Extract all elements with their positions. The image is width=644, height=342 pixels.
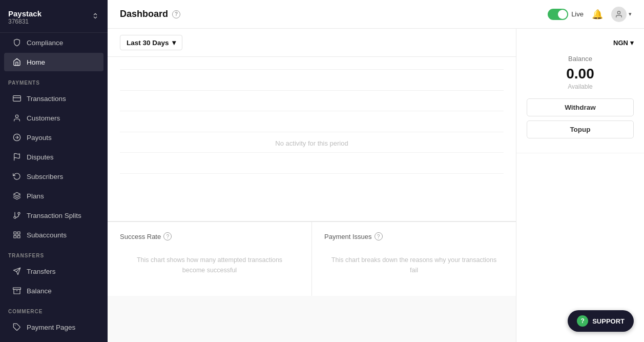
chart-lines [120,65,504,178]
balance-label: Balance [527,55,634,63]
chart-inner: No activity for this period [120,65,504,221]
live-label: Live [571,10,584,18]
user-menu[interactable]: ▾ [611,7,632,22]
sidebar-item-disputes[interactable]: Disputes [4,148,103,166]
sidebar-item-transfers[interactable]: Transfers [4,262,103,280]
success-rate-title: Success Rate ? [120,232,299,240]
brand-info: Paystack 376831 [8,9,41,25]
dashboard-title: Dashboard [120,9,168,19]
sidebar-item-customers[interactable]: Customers [4,109,103,127]
sidebar-item-label: Transaction Splits [27,212,81,219]
sidebar-item-payouts[interactable]: Payouts [4,128,103,147]
sidebar-item-label: Subaccounts [27,231,67,239]
git-branch-icon [12,211,22,220]
sidebar-item-plans[interactable]: Plans [4,187,103,205]
sidebar-item-label: Subscribers [27,173,63,180]
chart-section: No activity for this period [108,57,516,222]
support-button[interactable]: ? SUPPORT [568,310,634,332]
sidebar-item-audit-logs[interactable]: Audit Logs [4,337,103,342]
topbar: Dashboard ? Live 🔔 ▾ [108,0,644,29]
refresh-icon [12,172,22,181]
chart-line [120,152,504,153]
sidebar-item-payment-pages[interactable]: Payment Pages [4,318,103,336]
svg-rect-12 [14,235,16,238]
payment-issues-card: Payment Issues ? This chart breaks down … [312,222,516,296]
tag-icon [12,323,22,332]
svg-point-21 [617,11,620,14]
svg-rect-13 [17,235,20,238]
chart-line [120,69,504,70]
sidebar-item-label: Transactions [27,95,66,103]
svg-point-9 [14,216,16,218]
topbar-right: Live 🔔 ▾ [548,7,632,22]
currency-selector[interactable]: NGN ▾ [527,39,634,47]
payments-section-label: PAYMENTS [0,72,108,89]
right-panel: NGN ▾ Balance 0.00 Available Withdraw To… [516,29,644,342]
layers-icon [12,191,22,200]
home-icon [12,57,22,67]
send-icon [12,267,22,276]
currency-chevron-icon: ▾ [630,39,634,47]
date-range-filter[interactable]: Last 30 Days ▾ [120,35,182,50]
sidebar-item-label: Payouts [27,134,52,142]
success-rate-help-icon[interactable]: ? [163,232,172,240]
chart-line [120,132,504,132]
transfers-section-label: TRANSFERS [0,245,108,261]
main-panel: Last 30 Days ▾ [108,29,516,342]
live-toggle-switch[interactable] [548,9,568,20]
support-icon: ? [577,315,588,327]
sidebar-item-transaction-splits[interactable]: Transaction Splits [4,206,103,225]
credit-card-icon [12,94,22,103]
commerce-section-label: COMMERCE [0,300,108,317]
chart-line [120,111,504,111]
svg-rect-11 [17,232,20,234]
balance-amount: 0.00 [527,66,634,82]
date-filter-chevron-icon: ▾ [172,38,176,47]
user-chevron-icon: ▾ [629,11,632,17]
support-label: SUPPORT [592,317,625,325]
live-toggle[interactable]: Live [548,9,584,20]
svg-point-2 [15,115,18,117]
withdraw-button[interactable]: Withdraw [527,98,634,116]
notifications-icon[interactable]: 🔔 [592,9,603,20]
archive-icon [12,286,22,295]
stats-row: Success Rate ? This chart shows how many… [108,222,516,296]
sidebar-toggle-button[interactable] [91,12,99,23]
chart-empty-message: No activity for this period [275,139,348,147]
sidebar-item-compliance[interactable]: Compliance [4,33,103,52]
chart-line [120,173,504,174]
main-area: Dashboard ? Live 🔔 ▾ Last 30 Days [108,0,644,342]
svg-rect-0 [13,96,21,102]
svg-point-8 [18,212,20,214]
sidebar-item-balance[interactable]: Balance [4,281,103,300]
success-rate-empty: This chart shows how many attempted tran… [120,245,299,286]
sidebar-item-label: Plans [27,192,44,200]
sidebar-item-label: Disputes [27,153,54,161]
topbar-title: Dashboard ? [120,9,543,19]
balance-section: NGN ▾ Balance 0.00 Available Withdraw To… [516,29,644,153]
sidebar-item-label: Balance [27,287,52,295]
sidebar-item-label: Compliance [27,39,63,47]
sidebar-item-label: Home [27,58,45,66]
sidebar-item-label: Customers [27,114,60,122]
user-icon [12,113,22,123]
sidebar-item-subaccounts[interactable]: Subaccounts [4,226,103,244]
arrow-circle-icon [12,133,22,142]
sidebar-item-home[interactable]: Home [4,53,103,71]
sidebar-brand: Paystack 376831 [0,0,108,33]
svg-rect-16 [13,288,21,289]
sidebar: Paystack 376831 Compliance Home PAYMENTS… [0,0,108,342]
topup-button[interactable]: Topup [527,120,634,138]
sidebar-item-label: Transfers [27,268,56,275]
dashboard-help-icon[interactable]: ? [172,10,180,18]
brand-id: 376831 [8,18,41,25]
sidebar-item-subscribers[interactable]: Subscribers [4,167,103,186]
sidebar-item-transactions[interactable]: Transactions [4,89,103,108]
brand-name: Paystack [8,9,41,18]
payment-issues-help-icon[interactable]: ? [375,232,383,240]
chart-line [120,90,504,91]
avatar [611,7,627,22]
payment-issues-empty: This chart breaks down the reasons why y… [324,245,504,286]
success-rate-card: Success Rate ? This chart shows how many… [108,222,312,296]
svg-marker-6 [13,192,20,196]
